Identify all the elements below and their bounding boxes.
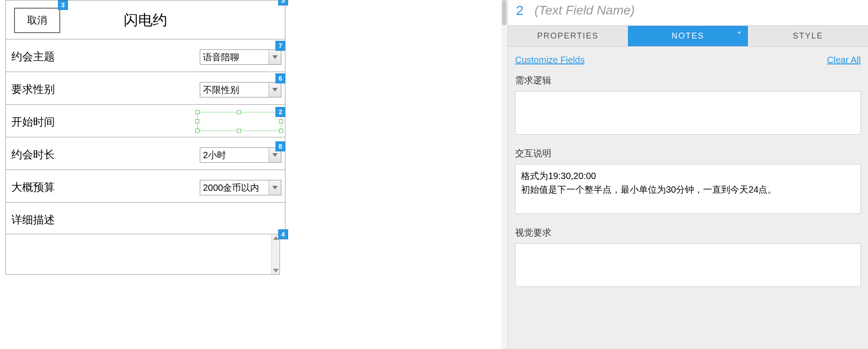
row-topic: 约会主题 语音陪聊 <box>6 39 285 72</box>
mockup-title: 闪电约 <box>6 10 285 30</box>
section-label-interaction: 交互说明 <box>515 147 861 160</box>
panel-header: 2 (Text Field Name) <box>508 0 868 25</box>
resize-handle-bl[interactable] <box>195 129 199 133</box>
scroll-down-icon[interactable] <box>273 269 279 272</box>
canvas-scrollbar[interactable] <box>501 0 507 349</box>
tab-properties-label: PROPERTIES <box>537 31 599 40</box>
tab-style-label: STYLE <box>793 31 823 40</box>
footnote-badge-7[interactable]: 7 <box>275 41 285 51</box>
widget-name-input[interactable]: (Text Field Name) <box>535 3 635 18</box>
label-budget: 大概预算 <box>11 180 55 194</box>
dropdown-topic-value: 语音陪聊 <box>203 51 239 63</box>
clear-all-link[interactable]: Clear All <box>827 55 861 65</box>
dropdown-topic[interactable]: 语音陪聊 <box>200 49 281 65</box>
dropdown-gender[interactable]: 不限性别 <box>200 82 281 97</box>
footnote-badge-2[interactable]: 2 <box>275 107 285 117</box>
dropdown-duration-value: 2小时 <box>203 149 226 161</box>
resize-handle-ml[interactable] <box>195 119 199 123</box>
resize-handle-tl[interactable] <box>195 110 199 114</box>
tab-style[interactable]: STYLE <box>748 26 868 46</box>
footnote-badge-6[interactable]: 6 <box>275 73 285 83</box>
notes-panel-body: Customize Fields Clear All 需求逻辑 交互说明 格式为… <box>508 47 868 349</box>
footnote-badge-3[interactable]: 3 <box>58 0 68 10</box>
chevron-down-icon <box>272 153 278 157</box>
row-detail: 详细描述 <box>6 203 285 235</box>
label-start-time: 开始时间 <box>11 115 55 129</box>
chevron-down-icon <box>272 88 278 92</box>
label-duration: 约会时长 <box>11 147 55 162</box>
widget-number: 2 <box>516 3 524 18</box>
footnote-badge-5[interactable]: 5 <box>278 0 288 5</box>
row-gender: 要求性别 不限性别 <box>6 72 285 105</box>
row-duration: 约会时长 2小时 <box>6 137 285 170</box>
label-topic: 约会主题 <box>11 49 55 64</box>
footnote-badge-4[interactable]: 4 <box>278 229 288 239</box>
canvas-area[interactable]: 取消 闪电约 约会主题 语音陪聊 要求性别 不限性别 开始时间 <box>0 0 507 349</box>
dropdown-budget-value: 2000金币以内 <box>203 182 260 194</box>
inspector-tabs: PROPERTIES NOTES * STYLE <box>508 25 868 47</box>
chevron-down-icon <box>272 55 278 59</box>
selected-element[interactable] <box>197 112 281 131</box>
textarea-scrollbar[interactable] <box>271 234 280 274</box>
note-box-visual[interactable] <box>515 243 861 287</box>
section-label-visual: 视觉要求 <box>515 227 861 239</box>
row-start-time: 开始时间 <box>6 105 285 137</box>
mockup-header: 取消 闪电约 <box>6 0 285 39</box>
section-label-logic: 需求逻辑 <box>515 74 861 87</box>
canvas-scroll-thumb[interactable] <box>502 0 506 25</box>
dropdown-gender-value: 不限性别 <box>203 84 239 96</box>
dropdown-budget[interactable]: 2000金币以内 <box>200 180 281 195</box>
tab-notes[interactable]: NOTES * <box>628 26 748 46</box>
resize-handle-br[interactable] <box>279 129 283 133</box>
mockup-frame: 取消 闪电约 约会主题 语音陪聊 要求性别 不限性别 开始时间 <box>5 0 285 236</box>
dropdown-duration[interactable]: 2小时 <box>200 147 281 163</box>
chevron-down-icon <box>272 186 278 189</box>
customize-fields-link[interactable]: Customize Fields <box>515 55 584 65</box>
label-detail: 详细描述 <box>11 213 55 227</box>
note-content-interaction: 格式为19:30,20:00 初始值是下一个整半点，最小单位为30分钟，一直到今… <box>521 171 777 194</box>
inspector-panel: 2 (Text Field Name) PROPERTIES NOTES * S… <box>507 0 868 349</box>
row-budget: 大概预算 2000金币以内 <box>6 170 285 203</box>
footnote-badge-8[interactable]: 8 <box>275 141 285 151</box>
resize-handle-mr[interactable] <box>279 119 283 123</box>
note-box-interaction[interactable]: 格式为19:30,20:00 初始值是下一个整半点，最小单位为30分钟，一直到今… <box>515 164 861 214</box>
label-gender: 要求性别 <box>11 82 55 97</box>
resize-handle-bm[interactable] <box>237 129 241 133</box>
notes-links-row: Customize Fields Clear All <box>515 55 861 65</box>
tab-notes-dirty-indicator: * <box>738 30 742 39</box>
textarea-detail[interactable] <box>5 234 280 275</box>
tab-properties[interactable]: PROPERTIES <box>508 26 628 46</box>
tab-notes-label: NOTES <box>671 31 704 40</box>
resize-handle-tm[interactable] <box>237 110 241 114</box>
note-box-logic[interactable] <box>515 91 861 135</box>
